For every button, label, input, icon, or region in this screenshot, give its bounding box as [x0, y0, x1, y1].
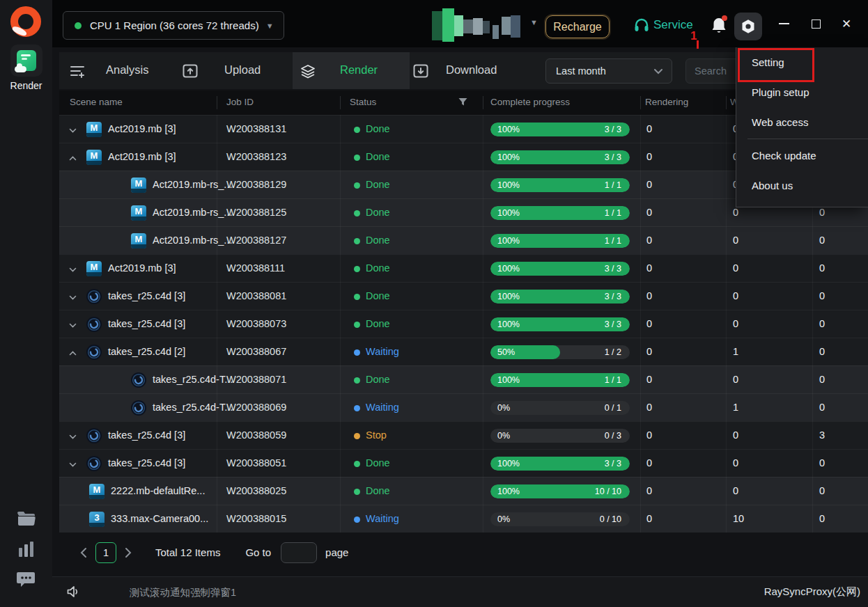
rendering-count: 0 [646, 402, 652, 413]
notification-bell-icon[interactable] [711, 17, 729, 36]
maximize-button[interactable] [800, 0, 831, 47]
service-button[interactable]: Service [634, 17, 693, 33]
prev-page-icon[interactable] [75, 542, 93, 563]
tab-download[interactable]: Download [446, 63, 497, 77]
waiting-count: 0 [733, 262, 738, 274]
statistics-icon[interactable] [19, 542, 35, 560]
headset-icon [634, 17, 649, 33]
job-id: W200388123 [226, 151, 286, 162]
table-row[interactable]: MAct2019.mb-rs_...W200388127Done100%1 / … [59, 226, 868, 254]
extra-count: 0 [819, 374, 825, 385]
status-label: Done [366, 290, 390, 301]
expander-down-icon[interactable] [68, 432, 77, 444]
rendering-count: 0 [646, 290, 652, 301]
job-id: W200388071 [226, 374, 286, 385]
announcement-speaker-icon[interactable] [67, 585, 81, 601]
col-job-id[interactable]: Job ID [226, 97, 254, 107]
transfer-proxy-label[interactable]: RaySyncProxy(公网) [764, 585, 860, 599]
username-redacted[interactable] [432, 8, 522, 42]
col-status[interactable]: Status [350, 97, 376, 107]
table-row[interactable]: takes_r25.c4d-T...W200388071Done100%1 / … [59, 365, 868, 393]
progress-frames: 1 / 2 [605, 345, 621, 359]
scene-name: takes_r25.c4d [2] [108, 346, 185, 357]
files-folder-icon[interactable] [17, 511, 36, 529]
period-filter-select[interactable]: Last month [545, 58, 672, 84]
sidebar-item-render[interactable]: Render [6, 45, 46, 91]
sidebar: Render [0, 0, 52, 607]
col-scene-name[interactable]: Scene name [70, 97, 123, 107]
region-caret-icon: ▼ [266, 22, 274, 30]
page-number-button[interactable]: 1 [95, 542, 116, 563]
tab-render[interactable]: Render [340, 63, 378, 77]
table-row[interactable]: takes_r25.c4d [3]W200388059Stop0%0 / 300… [59, 421, 868, 449]
scene-name: 333.max-Camera00... [111, 513, 208, 524]
table-row[interactable]: takes_r25.c4d [3]W200388081Done100%3 / 3… [59, 282, 868, 310]
table-row[interactable]: M2222.mb-defaultRe...W200388025Done100%1… [59, 477, 868, 505]
status-label: Done [366, 374, 390, 385]
task-list-icon[interactable] [70, 64, 86, 81]
menu-item-plugin-setup[interactable]: Plugin setup [736, 77, 868, 107]
region-selector[interactable]: CPU 1 Region (36 cores 72 threads) ▼ [63, 11, 284, 40]
col-rendering[interactable]: Rendering [645, 97, 688, 107]
progress-bar: 100%1 / 1 [490, 178, 630, 192]
expander-down-icon[interactable] [68, 125, 77, 138]
table-row[interactable]: takes_r25.c4d [2]W200388067Waiting50%1 /… [59, 338, 868, 365]
user-caret-icon[interactable]: ▼ [530, 18, 538, 26]
progress-percent: 100% [497, 234, 520, 248]
goto-label: Go to [245, 546, 271, 558]
status-filter-icon[interactable] [458, 97, 467, 109]
status-dot [354, 405, 360, 411]
rendering-count: 0 [646, 513, 652, 524]
progress-frames: 3 / 3 [605, 150, 621, 164]
progress-percent: 100% [497, 123, 520, 136]
app-logo-icon [10, 6, 41, 37]
menu-item-check-update[interactable]: Check update [736, 141, 868, 171]
recharge-button[interactable]: Recharge [545, 15, 610, 38]
c4d-icon [86, 345, 102, 360]
status-label: Done [366, 207, 390, 218]
expander-down-icon[interactable] [68, 320, 77, 333]
extra-count: 0 [819, 290, 825, 301]
app-window: Render CPU 1 Region (36 cores 72 threads… [0, 0, 868, 607]
table-row[interactable]: MAct2019.mb [3]W200388111Done100%3 / 300… [59, 254, 868, 282]
expander-down-icon[interactable] [68, 292, 77, 305]
progress-frames: 1 / 1 [605, 234, 621, 248]
job-id: W200388073 [226, 318, 286, 329]
status-label: Done [366, 123, 390, 134]
col-complete-progress[interactable]: Complete progress [490, 97, 570, 107]
table-row[interactable]: takes_r25.c4d-T...W200388069Waiting0%0 /… [59, 393, 868, 421]
table-row[interactable]: takes_r25.c4d [3]W200388073Done100%3 / 3… [59, 310, 868, 338]
scene-name: takes_r25.c4d [3] [108, 457, 185, 468]
scrolling-notice-text: 测试滚动通知强制弹窗1 [130, 586, 236, 599]
scene-name: takes_r25.c4d-T... [153, 402, 233, 413]
expander-up-icon[interactable] [68, 153, 77, 166]
maya-icon: M [86, 150, 102, 165]
status-dot [354, 489, 360, 495]
job-id: W200388051 [226, 457, 286, 468]
tab-upload[interactable]: Upload [224, 63, 261, 77]
minimize-button[interactable] [768, 0, 799, 47]
table-row[interactable]: takes_r25.c4d [3]W200388051Done100%3 / 3… [59, 449, 868, 477]
menu-item-about-us[interactable]: About us [736, 171, 868, 200]
status-dot [354, 377, 360, 384]
extra-count: 0 [819, 402, 825, 413]
expander-down-icon[interactable] [68, 265, 77, 277]
close-button[interactable]: ✕ [831, 0, 862, 47]
c4d-icon [131, 400, 146, 416]
menu-divider [747, 139, 868, 139]
expander-down-icon[interactable] [68, 459, 77, 472]
table-row[interactable]: 3333.max-Camera00...W200388015Waiting0%0… [59, 505, 868, 533]
extra-count: 0 [819, 457, 825, 468]
status-dot [354, 266, 360, 272]
tab-analysis[interactable]: Analysis [106, 63, 148, 77]
next-page-icon[interactable] [119, 542, 137, 563]
progress-bar: 50%1 / 2 [490, 345, 630, 359]
feedback-chat-icon[interactable] [17, 571, 35, 590]
progress-bar: 0%0 / 10 [490, 512, 630, 526]
settings-gear-icon[interactable] [734, 13, 762, 40]
goto-page-input[interactable] [281, 542, 317, 563]
expander-up-icon[interactable] [68, 348, 77, 361]
menu-item-web-access[interactable]: Web access [736, 107, 868, 137]
scene-name: Act2019.mb-rs_... [153, 179, 232, 190]
menu-item-setting[interactable]: Setting [736, 47, 868, 77]
